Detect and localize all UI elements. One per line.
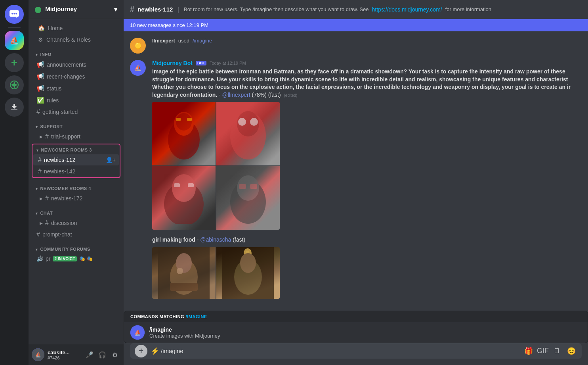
bot-msg-header: Midjourney Bot BOT Today at 12:19 PM bbox=[152, 60, 582, 66]
channel-name: newbies-112 bbox=[137, 6, 173, 13]
ironman-image-4[interactable] bbox=[216, 166, 280, 230]
svg-rect-6 bbox=[11, 110, 17, 110]
category-info[interactable]: INFO bbox=[29, 46, 124, 58]
collapse-newcomer3-icon bbox=[36, 148, 39, 152]
hash-icon: # bbox=[130, 5, 134, 14]
hash-icon: # bbox=[36, 108, 40, 115]
svg-text:⛵: ⛵ bbox=[134, 64, 142, 71]
channel-header: # newbies-112 | Bot room for new users. … bbox=[124, 0, 588, 19]
add-user-icon[interactable]: 👤+ bbox=[106, 157, 116, 163]
voice-icons: 🎭 🎭 bbox=[79, 256, 93, 261]
svg-rect-32 bbox=[170, 283, 198, 291]
svg-point-19 bbox=[250, 118, 258, 126]
server-header[interactable]: Midjourney ▾ bbox=[29, 0, 124, 19]
category-support[interactable]: SUPPORT bbox=[29, 118, 124, 131]
svg-rect-14 bbox=[176, 118, 181, 121]
collapse-chat-icon bbox=[35, 211, 38, 215]
sticker-button[interactable]: 🗒 bbox=[552, 346, 563, 357]
channel-prompt-chat[interactable]: # prompt-chat bbox=[32, 229, 120, 240]
download-button[interactable] bbox=[5, 98, 24, 117]
channel-link[interactable]: https://docs.midjourney.com/ bbox=[372, 6, 442, 13]
imagine-command-item[interactable]: ⛵ /imagine Create images with Midjourney bbox=[124, 322, 588, 343]
check-icon: ✅ bbox=[36, 96, 44, 104]
cooking-image-2[interactable] bbox=[216, 247, 280, 299]
cooking-image-grid bbox=[152, 247, 280, 299]
user-info: cabsite... #7426 bbox=[48, 350, 81, 360]
collapse-icon: ▶ bbox=[40, 221, 43, 225]
ironman-image-3[interactable] bbox=[152, 166, 216, 230]
channel-newbies-112[interactable]: # newbies-112 👤+ bbox=[33, 154, 119, 165]
bot-author: Midjourney Bot bbox=[152, 60, 193, 66]
command-name: /imagine bbox=[149, 327, 220, 333]
command-info: /imagine Create images with Midjourney bbox=[149, 327, 220, 339]
cooking-avatar-col bbox=[130, 236, 146, 299]
bot-badge: BOT bbox=[196, 61, 206, 65]
category-community-forums[interactable]: COMMUNITY FORUMS bbox=[29, 240, 124, 253]
commands-popup-header: COMMANDS MATCHING /imagine bbox=[124, 311, 588, 322]
hash-icon: 📢 bbox=[36, 61, 44, 68]
hash-icon: # bbox=[38, 156, 42, 163]
add-server-button[interactable]: + bbox=[5, 53, 24, 72]
system-msg-text: llmexpert used /imagine bbox=[152, 38, 582, 44]
svg-line-39 bbox=[566, 248, 588, 311]
svg-rect-15 bbox=[187, 118, 192, 121]
user-avatar: ⛵ bbox=[32, 348, 44, 361]
hash-icon: # bbox=[38, 168, 42, 175]
voice-channel-pr[interactable]: 🔊 pr 2 IN VOICE 🎭 🎭 bbox=[32, 254, 120, 264]
settings-button[interactable]: ⚙ bbox=[109, 349, 120, 360]
ironman-image-1[interactable] bbox=[152, 102, 216, 165]
discord-home-button[interactable] bbox=[5, 5, 24, 24]
mention-llmexpert[interactable]: @llmexpert bbox=[222, 92, 250, 98]
cooking-image-1[interactable] bbox=[152, 247, 216, 299]
deafen-button[interactable]: 🎧 bbox=[97, 349, 108, 360]
channel-recent-changes[interactable]: 📢 recent-changes bbox=[32, 71, 120, 82]
channel-trial-support[interactable]: ▶ # trial-support bbox=[32, 131, 120, 142]
svg-point-21 bbox=[172, 174, 196, 202]
collapse-newcomer4-icon bbox=[35, 186, 38, 191]
channels-icon: ⚙ bbox=[38, 36, 43, 43]
svg-text:⛵: ⛵ bbox=[10, 36, 19, 45]
username: cabsite... bbox=[48, 350, 81, 355]
collapse-info-icon bbox=[35, 52, 38, 57]
explore-servers-button[interactable] bbox=[5, 75, 24, 94]
category-newcomer-rooms-3[interactable]: NEWCOMER ROOMS 3 bbox=[32, 144, 120, 154]
channel-announcements[interactable]: 📢 announcements bbox=[32, 59, 120, 70]
command-icon: ⛵ bbox=[130, 325, 145, 340]
svg-point-18 bbox=[238, 118, 246, 126]
hash-icon: # bbox=[45, 133, 49, 140]
system-user: llmexpert bbox=[152, 38, 175, 44]
svg-rect-23 bbox=[188, 183, 194, 187]
channel-link-suffix: for more information bbox=[445, 6, 491, 12]
ironman-image-2[interactable] bbox=[216, 102, 280, 165]
gift-button[interactable]: 🎁 bbox=[523, 346, 534, 357]
channel-discussion[interactable]: ▶ # discussion bbox=[32, 217, 120, 229]
svg-rect-22 bbox=[174, 183, 180, 187]
bot-msg-text: image of the epic battle between Ironman… bbox=[152, 68, 582, 99]
chevron-down-icon: ▾ bbox=[114, 6, 117, 13]
midjourney-server-icon[interactable]: ⛵ bbox=[5, 31, 24, 50]
cooking-msg-text: girl making food - @abinascha (fast) bbox=[152, 236, 582, 244]
channel-newbies-142[interactable]: # newbies-142 bbox=[33, 166, 119, 177]
emoji-button[interactable]: 😊 bbox=[566, 346, 577, 357]
channel-rules[interactable]: ✅ rules bbox=[32, 94, 120, 106]
hash-icon: # bbox=[45, 219, 49, 227]
category-newcomer-rooms-4[interactable]: NEWCOMER ROOMS 4 bbox=[29, 180, 124, 192]
gif-button[interactable]: GIF bbox=[537, 346, 548, 357]
slash-icon: ⚡ bbox=[151, 347, 159, 355]
nav-channels-roles[interactable]: ⚙ Channels & Roles bbox=[32, 34, 120, 45]
new-messages-banner[interactable]: 10 new messages since 12:19 PM bbox=[124, 19, 588, 31]
channel-newbies-172[interactable]: ▶ # newbies-172 bbox=[32, 193, 120, 204]
add-attachment-button[interactable]: + bbox=[135, 345, 147, 357]
mute-button[interactable]: 🎤 bbox=[84, 349, 95, 360]
system-avatar-col: 🟡 bbox=[130, 38, 146, 54]
svg-point-31 bbox=[177, 268, 183, 274]
category-chat[interactable]: CHAT bbox=[29, 204, 124, 217]
mention-abinascha[interactable]: @abinascha bbox=[200, 236, 231, 243]
svg-rect-26 bbox=[239, 184, 246, 189]
channel-getting-started[interactable]: # getting-started bbox=[32, 106, 120, 117]
channel-status[interactable]: 📢 status bbox=[32, 83, 120, 94]
chat-input-field[interactable] bbox=[161, 343, 520, 359]
input-content: ⚡ bbox=[151, 343, 520, 359]
nav-home[interactable]: 🏠 Home bbox=[32, 23, 120, 34]
channel-description: Bot room for new users. Type /imagine th… bbox=[184, 6, 369, 12]
